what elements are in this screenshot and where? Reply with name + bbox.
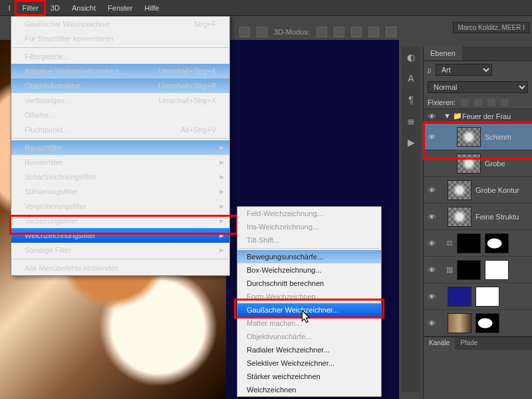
layer-row[interactable]: 👁 Grobe Kontur [424, 177, 532, 203]
layer-thumbnail [448, 180, 471, 200]
submenu-item: Matter machen... [237, 317, 381, 330]
tool-icon[interactable]: ▶ [404, 137, 418, 150]
layer-mask [475, 313, 499, 333]
menu-item[interactable]: Adaptive Weitwinkelkorrektur...Umschalt+… [11, 64, 229, 78]
visibility-icon[interactable]: 👁 [426, 266, 437, 274]
submenu-item[interactable]: Box-Weichzeichnung... [237, 263, 381, 277]
visibility-icon[interactable]: 👁 [426, 319, 437, 327]
3d-mode-icon[interactable] [386, 27, 396, 37]
visibility-icon[interactable]: 👁 [426, 186, 437, 194]
visibility-icon[interactable]: 👁 [426, 213, 437, 221]
menu-item-0[interactable]: l [3, 1, 16, 15]
layer-filter-select[interactable]: Art [436, 64, 492, 76]
3d-mode-icon[interactable] [334, 27, 344, 37]
submenu-item[interactable]: Stärker weichzeichnen [237, 370, 381, 383]
layer-thumbnail [457, 233, 481, 253]
menu-item[interactable]: Scharfzeichnungsfilter▶ [11, 170, 229, 184]
menu-item-3d[interactable]: 3D [45, 1, 66, 15]
application-menubar: l Filter 3D Ansicht Fenster Hilfe [0, 0, 532, 16]
submenu-item: Iris-Weichzeichnung... [237, 220, 381, 233]
3d-mode-icon[interactable] [351, 27, 362, 37]
menu-item[interactable]: Sonstige Filter▶ [11, 243, 229, 257]
menu-item[interactable]: Stilisierungsfilter▶ [11, 184, 229, 199]
visibility-icon[interactable]: 👁 [426, 133, 437, 141]
layer-name: Grobe [485, 160, 505, 168]
user-badge[interactable]: Marco Kolditz, MEER I [453, 22, 529, 33]
3d-mode-icon[interactable] [368, 27, 379, 37]
lock-position-icon[interactable] [487, 98, 495, 106]
layer-row[interactable]: 👁 [424, 310, 532, 336]
menu-item[interactable]: Renderfilter▶ [11, 155, 229, 170]
layer-thumbnail [448, 207, 471, 227]
layer-thumbnail [457, 260, 481, 280]
tool-icon[interactable]: ≣ [404, 116, 418, 129]
menu-item[interactable]: Objektivkorrektur...Umschalt+Strg+R [11, 78, 229, 93]
3d-mode-icon[interactable] [317, 27, 327, 37]
menu-item: Fluchtpunkt...Alt+Strg+V [11, 122, 229, 137]
layer-thumbnail [448, 313, 471, 333]
lock-row: Fixieren: [424, 96, 532, 109]
layer-row[interactable]: Grobe [424, 150, 532, 177]
submenu-item[interactable]: Durchschnitt berechnen [237, 277, 381, 290]
layer-row[interactable]: 👁 ▥ [424, 257, 532, 283]
filter-icon[interactable] [520, 66, 528, 74]
tab-kanaele[interactable]: Kanäle [424, 337, 455, 350]
menu-item[interactable]: Gaußscher WeichzeichnerStrg+F [11, 17, 229, 31]
menu-item-fenster[interactable]: Fenster [102, 1, 138, 15]
tool-icon[interactable]: A [404, 73, 418, 86]
submenu-item: Form-Weichzeichnen... [237, 290, 381, 303]
tool-icon[interactable]: ◐ [404, 52, 418, 65]
menu-item-hilfe[interactable]: Hilfe [138, 1, 165, 15]
menu-item: Verzerrungsfilter▶ [11, 213, 229, 228]
3d-mode-label: 3D-Modus: [274, 28, 310, 36]
lock-label: Fixieren: [428, 98, 456, 106]
menu-item[interactable]: Alle Menübefehle einblenden [11, 261, 229, 275]
submenu-item[interactable]: Weichzeichnen [237, 383, 381, 396]
layer-row[interactable]: 👁 [424, 283, 532, 310]
lock-all-icon[interactable] [501, 98, 509, 106]
submenu-item[interactable]: Selektiver Weichzeichner... [237, 356, 381, 370]
tool-icon[interactable]: ¶ [404, 94, 418, 108]
right-panels: Ebenen ρ Art Normal Fixieren: 👁 ▼ 📁 Feue… [423, 47, 532, 399]
panel-tabs: Ebenen [424, 47, 532, 61]
menu-item[interactable]: Rauschfilter▶ [11, 140, 229, 155]
options-icon[interactable] [257, 27, 267, 37]
visibility-icon[interactable]: 👁 [426, 239, 437, 247]
submenu-item: Feld-Weichzeichnung... [237, 207, 381, 220]
layer-mask [475, 287, 499, 307]
layer-name: Schimm [485, 133, 511, 141]
layer-thumbnail [457, 154, 481, 174]
menu-item-ansicht[interactable]: Ansicht [66, 1, 102, 15]
folder-name: Feuer der Frau [462, 112, 511, 120]
tab-pfade[interactable]: Pfade [455, 337, 483, 350]
menu-item: Für Smartfilter konvertieren [11, 31, 229, 46]
layer-mask [485, 233, 509, 253]
menu-item[interactable]: Filtergalerie... [11, 49, 229, 64]
menu-item[interactable]: Ölfarbe... [11, 108, 229, 122]
blend-mode-select[interactable]: Normal [428, 81, 528, 93]
options-icon[interactable] [239, 27, 250, 37]
menu-item[interactable]: Weichzeichnungsfilter▶ [11, 228, 229, 243]
submenu-item[interactable]: Radialer Weichzeichner... [237, 343, 381, 356]
visibility-icon[interactable]: 👁 [426, 293, 437, 301]
layer-thumbnail [457, 127, 481, 147]
filter-icon[interactable] [508, 66, 516, 74]
submenu-item: Objektivunschärfe... [237, 330, 381, 343]
menu-item[interactable]: Vergröberungsfilter▶ [11, 199, 229, 213]
filter-icon[interactable] [496, 66, 504, 74]
menu-item: Verflüssigen...Umschalt+Strg+X [11, 93, 229, 108]
layer-row[interactable]: 👁 ⚖ [424, 230, 532, 257]
layer-folder[interactable]: 👁 ▼ 📁 Feuer der Frau [424, 109, 532, 124]
filter-dropdown-menu: Gaußscher WeichzeichnerStrg+FFür Smartfi… [11, 16, 230, 276]
visibility-icon[interactable]: 👁 [426, 112, 437, 120]
lock-transparent-icon[interactable] [461, 98, 469, 106]
lock-pixels-icon[interactable] [474, 98, 482, 106]
submenu-item[interactable]: Gaußscher Weichzeichner... [237, 303, 381, 317]
layer-row[interactable]: 👁 Feine Struktu [424, 203, 532, 230]
tab-ebenen[interactable]: Ebenen [424, 47, 462, 61]
layer-row[interactable]: 👁 Schimm [424, 124, 532, 150]
weichzeichnung-submenu: Feld-Weichzeichnung...Iris-Weichzeichnun… [237, 206, 382, 397]
layer-mask [485, 260, 509, 280]
submenu-item[interactable]: Bewegungsunschärfe... [237, 250, 381, 263]
menu-item-filter[interactable]: Filter [16, 1, 44, 15]
